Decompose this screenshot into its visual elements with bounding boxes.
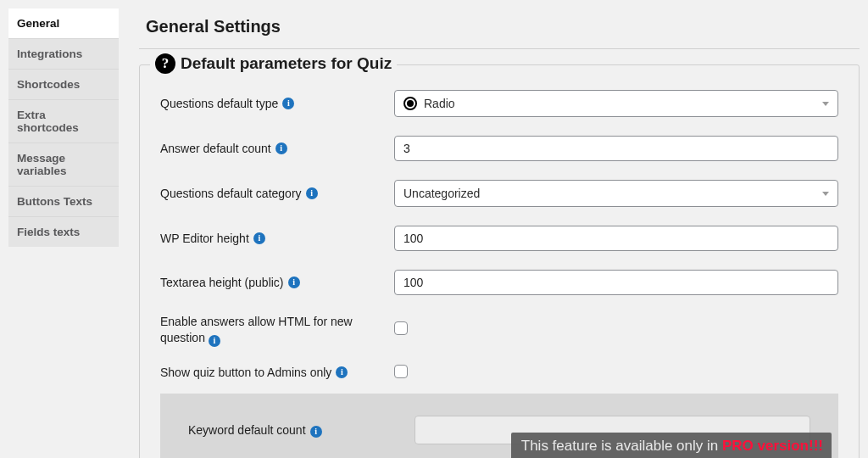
textarea-height-input[interactable] (394, 270, 838, 295)
panel-title: Default parameters for Quiz (181, 54, 392, 73)
label-answer-count: Answer default count (160, 141, 271, 157)
settings-sidebar: General Integrations Shortcodes Extra sh… (8, 8, 119, 450)
pro-tooltip-highlight: PRO version!!! (722, 438, 823, 454)
question-type-value: Radio (424, 97, 455, 110)
info-icon[interactable]: i (288, 276, 300, 288)
info-icon[interactable]: i (253, 232, 265, 244)
label-allow-html: Enable answers allow HTML for new questi… (160, 315, 353, 344)
radio-icon (403, 97, 417, 110)
label-question-type: Questions default type (160, 96, 278, 112)
help-icon[interactable]: ? (155, 53, 175, 74)
default-parameters-panel: ? Default parameters for Quiz Questions … (139, 64, 860, 458)
question-category-select[interactable]: Uncategorized (394, 180, 838, 207)
label-admins-only: Show quiz button to Admins only (160, 365, 331, 381)
info-icon[interactable]: i (306, 187, 318, 199)
pro-tooltip: This feature is available only in PRO ve… (511, 433, 832, 458)
info-icon[interactable]: i (209, 335, 220, 347)
main-content: General Settings ? Default parameters fo… (139, 8, 860, 450)
answer-count-input[interactable] (394, 136, 838, 161)
label-question-category: Questions default category (160, 186, 302, 202)
sidebar-item-general[interactable]: General (8, 8, 119, 39)
sidebar-item-extra-shortcodes[interactable]: Extra shortcodes (8, 100, 119, 143)
chevron-down-icon (822, 102, 829, 106)
sidebar-item-message-variables[interactable]: Message variables (8, 143, 119, 187)
sidebar-item-shortcodes[interactable]: Shortcodes (8, 70, 119, 100)
question-type-select[interactable]: Radio (394, 90, 838, 117)
admins-only-checkbox[interactable] (394, 365, 408, 378)
sidebar-item-integrations[interactable]: Integrations (8, 39, 119, 70)
info-icon[interactable]: i (282, 98, 294, 109)
info-icon[interactable]: i (275, 142, 287, 154)
label-textarea-height: Textarea height (public) (160, 275, 284, 291)
pro-tooltip-text: This feature is available only in (521, 438, 722, 454)
info-icon[interactable]: i (336, 366, 348, 378)
editor-height-input[interactable] (394, 226, 838, 251)
info-icon[interactable]: i (310, 426, 322, 438)
allow-html-checkbox[interactable] (394, 321, 408, 335)
label-keyword-count: Keyword default count (188, 423, 306, 437)
pro-row-keyword-count: Keyword default count i This feature is … (160, 394, 838, 458)
question-category-value: Uncategorized (403, 187, 480, 200)
chevron-down-icon (822, 192, 829, 196)
page-title: General Settings (146, 8, 860, 45)
label-editor-height: WP Editor height (160, 231, 249, 247)
sidebar-item-buttons-texts[interactable]: Buttons Texts (8, 187, 119, 217)
sidebar-item-fields-texts[interactable]: Fields texts (8, 217, 119, 247)
title-divider (139, 48, 860, 49)
panel-legend: ? Default parameters for Quiz (150, 53, 397, 74)
